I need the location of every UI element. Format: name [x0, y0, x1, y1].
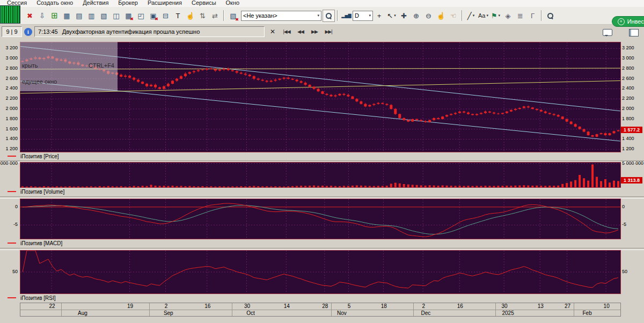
sort-columns-button[interactable]: ⇅ [196, 10, 209, 22]
axis-tick-label: 2 000 [0, 106, 18, 111]
orders-table-button[interactable]: ▥ [85, 10, 98, 22]
text-style-icon: Aa [478, 12, 485, 19]
zoom-in-button[interactable]: ⊕ [410, 10, 422, 22]
instrument-select-value: <Не указан> [243, 12, 277, 19]
transfer-button[interactable]: ⇄ [209, 10, 221, 22]
add-indicator-button[interactable]: + [373, 10, 385, 22]
angle-tool-icon: Γ [531, 12, 535, 20]
marker-tool-button[interactable]: ⚑▾ [489, 10, 502, 22]
menu-item-3[interactable]: Действия [78, 0, 113, 7]
month-tick-label: Aug [75, 310, 91, 316]
rsi-panel-label: iПозитив [RSI] [0, 294, 644, 302]
chart-nav-button-2[interactable]: ◀◀ [294, 26, 308, 37]
text-style-button[interactable]: Aa▾ [477, 10, 489, 22]
clear-instrument-icon[interactable]: ▧ ✖ [226, 9, 240, 23]
status-message-field[interactable]: 7:13:45 Двухфакторная аутентификация про… [34, 26, 265, 37]
axis-tick-label: -5 [0, 222, 18, 227]
add-indicator-icon: + [377, 12, 382, 20]
zoom-out-button[interactable]: ⊖ [422, 10, 435, 22]
layers-button[interactable]: ≣ [514, 10, 526, 22]
toolbar-separator [337, 10, 338, 21]
menu-item-6[interactable]: Сервисы [187, 0, 221, 7]
month-boundary-line [331, 303, 332, 316]
chart-nav-button-3[interactable]: ▶▶ [308, 26, 321, 37]
close-message-button[interactable]: ✕ [267, 26, 277, 37]
last-volume-badge: 1 313.8 [621, 177, 642, 183]
new-window-button[interactable]: ⊞ [48, 10, 61, 22]
day-tick-label: 16 [203, 303, 212, 309]
alerts-window-button[interactable]: ◫ [110, 10, 122, 22]
close-all-button[interactable]: ✖ [24, 10, 36, 22]
price-panel-label: iПозитив [Price] [0, 152, 644, 160]
find-table-button[interactable]: ◰ [135, 10, 147, 22]
pan-mode-button[interactable]: ☜ [447, 10, 459, 22]
layers-icon: ≣ [517, 12, 523, 20]
delete-table-button[interactable]: ▣✖ [147, 10, 159, 22]
trades-table-button[interactable]: ▧ [98, 10, 110, 22]
axis-tick-label: 2 800 [0, 65, 18, 71]
month-boundary-line [413, 303, 414, 316]
text-note-icon: T [176, 12, 180, 20]
volume-panel[interactable] [20, 162, 621, 188]
rsi-panel[interactable] [20, 250, 621, 294]
axis-tick-label: 50 [0, 269, 18, 274]
app-logo-icon[interactable] [0, 5, 20, 24]
angle-tool-button[interactable]: Γ [526, 10, 539, 22]
menu-item-next-window[interactable]: едущее окно [22, 78, 114, 87]
chart-window-button[interactable]: ▤ [73, 10, 85, 22]
close-badge-icon: ✖ [155, 17, 158, 21]
menu-item-5[interactable]: Расширения [143, 0, 187, 7]
close-badge-icon: ✖ [130, 17, 134, 21]
chart-nav-button-1[interactable]: |◀◀ [280, 26, 294, 37]
menu-item-close-window[interactable]: крыть CTRL+F4 [22, 62, 114, 71]
quotes-table-button[interactable]: ▦ [61, 10, 73, 22]
menu-item-7[interactable]: Окно [221, 0, 245, 7]
time-axis[interactable]: 221921630142851821630132710AugSepOctNovD… [20, 303, 621, 317]
axis-tick-label: 2 400 [0, 85, 18, 91]
instrument-search-button[interactable] [323, 10, 335, 22]
chevron-down-icon: ▾ [317, 13, 319, 18]
text-note-button[interactable]: T [172, 10, 184, 22]
status-message-text: Двухфакторная аутентификация прошла успе… [62, 28, 200, 35]
month-tick-label: 2025 [500, 310, 516, 316]
month-tick-label: Sep [160, 310, 177, 316]
panel-layout-button[interactable] [627, 26, 640, 39]
macd-panel[interactable] [20, 199, 621, 239]
timeframe-select[interactable]: D▾ [353, 11, 373, 21]
axis-tick-label: 3 000 [0, 55, 18, 61]
chart-type-button[interactable]: ▂▅▇ [340, 10, 353, 22]
day-tick-label: 30 [500, 303, 509, 309]
eraser-tool-button[interactable]: ◈ [502, 10, 514, 22]
comments-button[interactable] [601, 26, 613, 39]
axis-tick-label: -5 [622, 222, 626, 227]
info-icon: i [24, 28, 32, 36]
save-workspace-button[interactable]: ⇩ [36, 10, 48, 22]
move-mode-button[interactable]: ✚ [398, 10, 410, 22]
day-tick-label: 27 [563, 303, 572, 309]
line-tool-button[interactable]: ╱▾ [465, 10, 477, 22]
cursor-mode-button[interactable]: ↖▾ [385, 10, 398, 22]
message-counter: 9 | 9 [2, 26, 22, 37]
chart-search-button[interactable] [544, 10, 557, 22]
macd-panel-label-text: iПозитив [MACD] [20, 240, 62, 246]
chevron-down-icon: ▾ [394, 13, 396, 18]
magnifier-icon [547, 13, 553, 19]
close-table-button[interactable]: ▦✖ [122, 10, 135, 22]
chart-nav-buttons: |◀◀◀◀▶▶▶▶| [280, 26, 335, 37]
menu-bar: СессияСоздать окноДействияБрокерРасширен… [0, 0, 644, 7]
menu-item-shortcut: CTRL+F4 [89, 62, 114, 71]
point-mode-button[interactable]: ☝ [435, 10, 447, 22]
export-table-button[interactable]: ⊟ [159, 10, 172, 22]
chart-nav-button-4[interactable]: ▶▶| [321, 26, 335, 37]
pointer-hand-button[interactable]: ☝ [184, 10, 196, 22]
toolbar-separator [223, 10, 224, 21]
menu-item-2[interactable]: Создать окно [32, 0, 78, 7]
day-tick-label: 19 [126, 303, 134, 309]
move-mode-icon: ✚ [401, 12, 407, 20]
day-tick-label: 28 [321, 303, 330, 309]
menu-item-4[interactable]: Брокер [113, 0, 143, 7]
chevron-down-icon: ▾ [473, 13, 475, 18]
instrument-select[interactable]: <Не указан> ▾ [241, 11, 321, 21]
plus-icon: + [618, 18, 625, 25]
new-window-icon: ⊞ [51, 11, 58, 20]
